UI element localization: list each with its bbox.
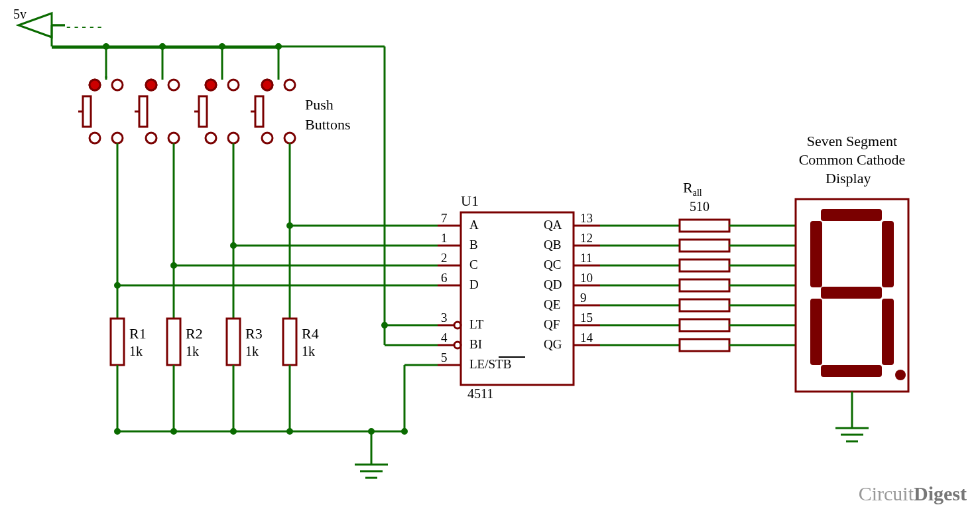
svg-point-116 xyxy=(230,428,237,435)
svg-point-115 xyxy=(170,428,177,435)
label-rall-val: 510 xyxy=(690,199,709,214)
pin-num-1: 1 xyxy=(441,231,448,246)
svg-rect-137 xyxy=(680,339,729,351)
pin-num-2: 2 xyxy=(441,251,448,265)
resistor-r2 xyxy=(167,265,180,431)
pin-name-c: C xyxy=(469,258,478,272)
label-disp3: Display xyxy=(826,170,871,187)
pin-name-qe: QE xyxy=(544,297,560,312)
resistor-r4 xyxy=(283,226,296,431)
svg-point-123 xyxy=(368,428,375,435)
pin-name-qc: QC xyxy=(544,258,561,272)
svg-rect-152 xyxy=(821,365,882,377)
pin-name-qg: QG xyxy=(544,337,562,352)
pin-num-3: 3 xyxy=(441,311,448,325)
svg-point-37 xyxy=(228,80,239,90)
pin-num-6: 6 xyxy=(441,271,448,285)
watermark: CircuitDigest xyxy=(859,482,967,505)
pin-num-12: 12 xyxy=(580,231,593,246)
svg-rect-149 xyxy=(821,287,882,299)
pin-num-9: 9 xyxy=(580,291,587,305)
svg-point-97 xyxy=(381,322,388,329)
pin-name-qb: QB xyxy=(544,238,561,252)
label-5v: 5v xyxy=(13,7,27,22)
svg-rect-40 xyxy=(199,96,207,127)
svg-point-38 xyxy=(206,133,216,143)
label-rall: Rall xyxy=(683,179,702,198)
pin-name-qa: QA xyxy=(544,218,562,232)
label-r4: R4 xyxy=(302,325,319,342)
svg-point-32 xyxy=(168,133,179,143)
svg-rect-111 xyxy=(283,319,296,365)
label-r4v: 1k xyxy=(302,344,315,359)
svg-rect-132 xyxy=(680,240,729,252)
label-4511: 4511 xyxy=(467,386,493,402)
svg-rect-148 xyxy=(882,221,894,287)
label-disp1: Seven Segment xyxy=(789,133,915,150)
svg-rect-147 xyxy=(810,221,822,287)
pin-num-4: 4 xyxy=(441,331,448,345)
svg-point-24 xyxy=(90,133,100,143)
svg-point-42 xyxy=(206,80,216,90)
svg-point-69 xyxy=(454,322,461,329)
label-r2: R2 xyxy=(186,325,203,342)
svg-point-30 xyxy=(168,80,179,90)
pin-num-7: 7 xyxy=(441,211,448,226)
push-button-3 xyxy=(194,80,239,143)
svg-point-44 xyxy=(284,80,295,90)
svg-rect-136 xyxy=(680,319,729,331)
svg-point-117 xyxy=(286,428,293,435)
pin-num-10: 10 xyxy=(580,271,593,285)
svg-rect-131 xyxy=(680,220,729,232)
svg-rect-105 xyxy=(167,319,180,365)
svg-point-71 xyxy=(454,342,461,348)
svg-point-118 xyxy=(401,428,408,435)
pin-num-5: 5 xyxy=(441,350,448,365)
pin-name-lt: LT xyxy=(469,317,483,332)
push-button-4 xyxy=(251,80,295,143)
push-button-2 xyxy=(135,80,179,143)
label-push: Push xyxy=(305,96,334,113)
svg-point-20 xyxy=(219,43,225,50)
svg-point-45 xyxy=(262,133,273,143)
svg-point-23 xyxy=(112,80,123,90)
label-dash: - - - - - xyxy=(66,19,101,34)
resistor-r3 xyxy=(227,246,240,431)
label-buttons: Buttons xyxy=(305,116,350,133)
label-disp2: Common Cathode xyxy=(779,151,925,169)
pin-num-15: 15 xyxy=(580,311,593,325)
pin-num-11: 11 xyxy=(580,251,592,265)
svg-rect-26 xyxy=(83,96,91,127)
pin-name-qd: QD xyxy=(544,277,562,292)
svg-point-25 xyxy=(112,133,123,143)
svg-rect-133 xyxy=(680,259,729,271)
push-button-1 xyxy=(78,80,123,143)
svg-point-39 xyxy=(228,133,239,143)
svg-rect-33 xyxy=(139,96,147,127)
pin-name-lestb: LE/STB xyxy=(469,357,511,372)
label-r1v: 1k xyxy=(129,344,143,359)
label-r3: R3 xyxy=(245,325,263,342)
svg-point-46 xyxy=(284,133,295,143)
svg-rect-135 xyxy=(680,299,729,311)
pin-num-13: 13 xyxy=(580,211,593,226)
circuit-diagram: .wire { stroke:#0a6b00; stroke-width:3; … xyxy=(0,0,980,515)
svg-point-18 xyxy=(103,43,109,50)
label-r2v: 1k xyxy=(186,344,199,359)
label-r3v: 1k xyxy=(245,344,259,359)
svg-rect-146 xyxy=(821,209,882,221)
svg-rect-150 xyxy=(810,299,822,365)
svg-rect-134 xyxy=(680,279,729,291)
svg-point-153 xyxy=(895,370,906,380)
schematic-svg: .wire { stroke:#0a6b00; stroke-width:3; … xyxy=(0,0,980,515)
svg-point-114 xyxy=(114,428,121,435)
label-u1: U1 xyxy=(461,192,479,210)
pin-name-bi: BI xyxy=(469,337,482,352)
svg-point-28 xyxy=(90,80,100,90)
svg-rect-102 xyxy=(111,319,124,365)
svg-rect-108 xyxy=(227,319,240,365)
svg-point-19 xyxy=(159,43,166,50)
pin-name-qf: QF xyxy=(544,317,560,332)
pin-name-b: B xyxy=(469,238,478,252)
svg-rect-47 xyxy=(255,96,263,127)
